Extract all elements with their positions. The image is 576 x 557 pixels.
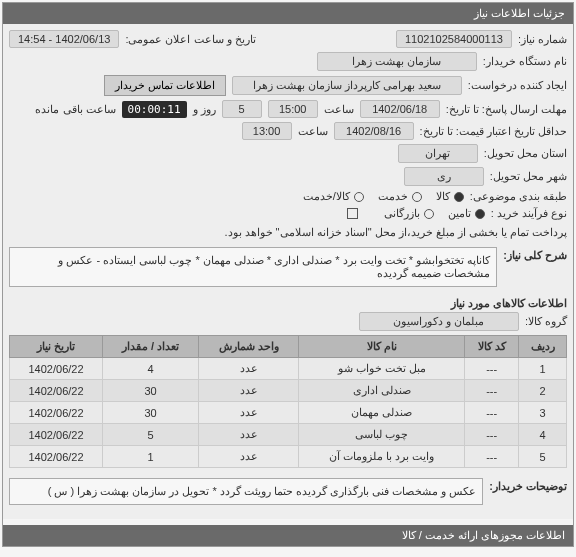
footer-bar: اطلاعات مجوزهای ارائه خدمت / کالا <box>3 525 573 546</box>
contact-buyer-button[interactable]: اطلاعات تماس خریدار <box>104 75 226 96</box>
form-area: شماره نیاز: 1102102584000113 تاریخ و ساع… <box>3 24 573 519</box>
goods-section-title: اطلاعات کالاهای مورد نیاز <box>9 297 567 310</box>
th-row: ردیف <box>519 336 567 358</box>
need-no-label: شماره نیاز: <box>518 33 567 46</box>
buyer-org-value: سازمان بهشت زهرا <box>317 52 477 71</box>
footer-title: اطلاعات مجوزهای ارائه خدمت / کالا <box>402 529 565 541</box>
th-name: نام کالا <box>299 336 465 358</box>
radio-dot-icon <box>354 192 364 202</box>
process-label: نوع فرآیند خرید : <box>491 207 567 220</box>
table-cell: --- <box>465 424 519 446</box>
table-cell: --- <box>465 446 519 468</box>
deadline-label: مهلت ارسال پاسخ: تا تاریخ: <box>446 103 567 116</box>
buyer-note-label: توضیحات خریدار: <box>489 480 567 493</box>
table-cell: 5 <box>519 446 567 468</box>
table-header-row: ردیف کد کالا نام کالا واحد شمارش تعداد /… <box>10 336 567 358</box>
table-row[interactable]: 2---صندلی اداریعدد301402/06/22 <box>10 380 567 402</box>
delivery-city-value: ری <box>404 167 484 186</box>
requester-label: ایجاد کننده درخواست: <box>468 79 567 92</box>
validity-date: 1402/08/16 <box>334 122 414 140</box>
need-no-value: 1102102584000113 <box>396 30 512 48</box>
goods-table: ردیف کد کالا نام کالا واحد شمارش تعداد /… <box>9 335 567 468</box>
buyer-note-box: عکس و مشخصات فنی بارگذاری گردیده حتما رو… <box>9 478 483 505</box>
radio-goods-service[interactable]: کالا/خدمت <box>303 190 364 203</box>
payment-note: پرداخت تمام یا بخشی از مبلغ خرید،از محل … <box>224 226 567 239</box>
table-cell: 1402/06/22 <box>10 446 103 468</box>
table-cell: 4 <box>103 358 199 380</box>
th-date: تاریخ نیاز <box>10 336 103 358</box>
remain-label: ساعت باقی مانده <box>35 103 115 116</box>
days-label: روز و <box>193 103 216 116</box>
validity-time: 13:00 <box>242 122 292 140</box>
delivery-prov-value: تهران <box>398 144 478 163</box>
table-cell: 30 <box>103 402 199 424</box>
table-cell: عدد <box>199 402 299 424</box>
deadline-time: 15:00 <box>268 100 318 118</box>
radio-service-label: خدمت <box>378 190 408 203</box>
radio-goods[interactable]: کالا <box>436 190 464 203</box>
radio-process-partial[interactable]: بازرگانی <box>384 207 434 220</box>
table-cell: --- <box>465 380 519 402</box>
table-cell: 1402/06/22 <box>10 402 103 424</box>
radio-process-full[interactable]: تامین <box>448 207 485 220</box>
table-row[interactable]: 1---مبل تخت خواب شوعدد41402/06/22 <box>10 358 567 380</box>
table-cell: صندلی مهمان <box>299 402 465 424</box>
table-cell: عدد <box>199 446 299 468</box>
table-cell: عدد <box>199 380 299 402</box>
table-cell: عدد <box>199 424 299 446</box>
radio-dot-icon <box>412 192 422 202</box>
table-cell: 1402/06/22 <box>10 380 103 402</box>
table-row[interactable]: 3---صندلی مهمانعدد301402/06/22 <box>10 402 567 424</box>
time-label-2: ساعت <box>298 125 328 138</box>
delivery-prov-label: استان محل تحویل: <box>484 147 567 160</box>
table-cell: --- <box>465 402 519 424</box>
need-desc-label: شرح کلی نیاز: <box>503 249 567 262</box>
th-code: کد کالا <box>465 336 519 358</box>
category-radio-group: کالا خدمت کالا/خدمت <box>303 190 464 203</box>
time-label-1: ساعت <box>324 103 354 116</box>
table-cell: 30 <box>103 380 199 402</box>
radio-goods-service-label: کالا/خدمت <box>303 190 350 203</box>
group-label: گروه کالا: <box>525 315 567 328</box>
radio-goods-label: کالا <box>436 190 450 203</box>
th-unit: واحد شمارش <box>199 336 299 358</box>
panel-header: جزئیات اطلاعات نیاز <box>3 3 573 24</box>
table-cell: 1402/06/22 <box>10 358 103 380</box>
radio-process-partial-label: بازرگانی <box>384 207 420 220</box>
table-cell: 4 <box>519 424 567 446</box>
th-qty: تعداد / مقدار <box>103 336 199 358</box>
table-cell: 1 <box>103 446 199 468</box>
table-cell: صندلی اداری <box>299 380 465 402</box>
table-cell: 1 <box>519 358 567 380</box>
payment-checkbox[interactable] <box>347 208 358 219</box>
countdown-timer: 00:00:11 <box>122 101 187 118</box>
buyer-org-label: نام دستگاه خریدار: <box>483 55 567 68</box>
table-row[interactable]: 4---چوب لباسیعدد51402/06/22 <box>10 424 567 446</box>
category-label: طبقه بندی موضوعی: <box>470 190 567 203</box>
group-value: مبلمان و دکوراسیون <box>359 312 519 331</box>
table-cell: 3 <box>519 402 567 424</box>
header-title: جزئیات اطلاعات نیاز <box>474 7 565 19</box>
delivery-city-label: شهر محل تحویل: <box>490 170 567 183</box>
table-cell: عدد <box>199 358 299 380</box>
radio-dot-icon <box>424 209 434 219</box>
table-cell: مبل تخت خواب شو <box>299 358 465 380</box>
process-radio-group: تامین بازرگانی <box>384 207 485 220</box>
table-cell: 2 <box>519 380 567 402</box>
table-cell: 1402/06/22 <box>10 424 103 446</box>
table-cell: 5 <box>103 424 199 446</box>
table-cell: چوب لباسی <box>299 424 465 446</box>
radio-dot-icon <box>475 209 485 219</box>
need-desc-box: کاناپه تختخوابشو * تخت وایت برد * صندلی … <box>9 247 497 287</box>
pub-date-value: 1402/06/13 - 14:54 <box>9 30 119 48</box>
table-cell: وایت برد با ملزومات آن <box>299 446 465 468</box>
table-row[interactable]: 5---وایت برد با ملزومات آنعدد11402/06/22 <box>10 446 567 468</box>
need-desc-text: کاناپه تختخوابشو * تخت وایت برد * صندلی … <box>58 254 490 279</box>
radio-process-full-label: تامین <box>448 207 471 220</box>
table-cell: --- <box>465 358 519 380</box>
validity-label: حداقل تاریخ اعتبار قیمت: تا تاریخ: <box>420 125 567 138</box>
buyer-note-text: عکس و مشخصات فنی بارگذاری گردیده حتما رو… <box>48 485 477 497</box>
radio-service[interactable]: خدمت <box>378 190 422 203</box>
days-value: 5 <box>222 100 262 118</box>
pub-date-label: تاریخ و ساعت اعلان عمومی: <box>125 33 255 46</box>
